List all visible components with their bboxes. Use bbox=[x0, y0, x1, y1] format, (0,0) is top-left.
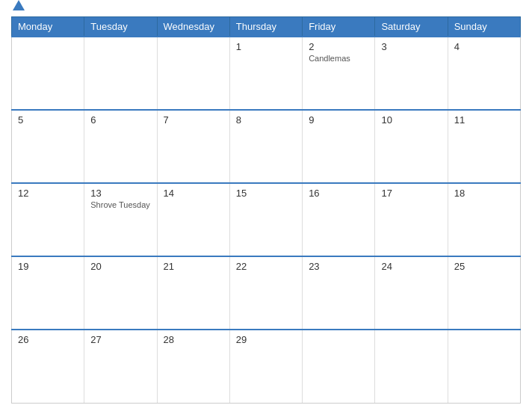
calendar-header bbox=[11, 7, 521, 10]
calendar-cell: 15 bbox=[229, 183, 302, 256]
day-number: 27 bbox=[90, 334, 150, 345]
day-number: 17 bbox=[381, 188, 441, 199]
calendar-week-row: 567891011 bbox=[12, 110, 521, 183]
calendar-cell: 6 bbox=[84, 110, 157, 183]
calendar-container: MondayTuesdayWednesdayThursdayFridaySatu… bbox=[0, 0, 532, 411]
calendar-cell: 11 bbox=[448, 110, 520, 183]
calendar-cell bbox=[84, 37, 157, 110]
day-number: 19 bbox=[18, 261, 78, 272]
calendar-cell: 3 bbox=[375, 37, 448, 110]
weekday-header: Wednesday bbox=[157, 17, 229, 37]
calendar-week-row: 12Candlemas34 bbox=[12, 37, 521, 110]
calendar-cell: 19 bbox=[12, 256, 84, 330]
day-number: 25 bbox=[454, 261, 514, 272]
calendar-cell: 23 bbox=[303, 256, 375, 330]
calendar-cell: 5 bbox=[12, 110, 84, 183]
holiday-name: Candlemas bbox=[309, 54, 368, 63]
day-number: 2 bbox=[309, 41, 368, 52]
day-number: 5 bbox=[18, 114, 78, 126]
calendar-header-row: MondayTuesdayWednesdayThursdayFridaySatu… bbox=[12, 17, 521, 37]
calendar-cell: 20 bbox=[84, 256, 157, 330]
day-number: 14 bbox=[164, 188, 223, 199]
calendar-week-row: 26272829 bbox=[12, 330, 521, 403]
day-number: 3 bbox=[381, 41, 441, 52]
calendar-body: 12Candlemas345678910111213Shrove Tuesday… bbox=[12, 37, 521, 404]
calendar-cell bbox=[157, 37, 229, 110]
day-number: 23 bbox=[309, 261, 368, 272]
calendar-cell: 21 bbox=[157, 256, 229, 330]
day-number: 18 bbox=[454, 188, 514, 199]
calendar-cell: 18 bbox=[448, 183, 520, 256]
calendar-cell: 9 bbox=[303, 110, 375, 183]
weekday-header: Thursday bbox=[229, 17, 302, 37]
weekday-header: Saturday bbox=[375, 17, 448, 37]
day-number: 21 bbox=[164, 261, 223, 272]
logo bbox=[11, 7, 25, 10]
day-number: 9 bbox=[309, 114, 368, 126]
day-number: 7 bbox=[164, 114, 223, 126]
calendar-cell: 29 bbox=[229, 330, 302, 403]
calendar-cell: 22 bbox=[229, 256, 302, 330]
calendar-cell bbox=[448, 330, 520, 403]
day-number: 10 bbox=[381, 114, 441, 126]
calendar-cell: 14 bbox=[157, 183, 229, 256]
weekday-header: Tuesday bbox=[84, 17, 157, 37]
day-number: 28 bbox=[164, 334, 223, 345]
calendar-cell: 10 bbox=[375, 110, 448, 183]
day-number: 24 bbox=[381, 261, 441, 272]
day-number: 20 bbox=[90, 261, 150, 272]
calendar-week-row: 1213Shrove Tuesday1415161718 bbox=[12, 183, 521, 256]
calendar-cell: 4 bbox=[448, 37, 520, 110]
day-number: 1 bbox=[236, 41, 296, 52]
calendar-cell bbox=[12, 37, 84, 110]
calendar-table: MondayTuesdayWednesdayThursdayFridaySatu… bbox=[11, 16, 521, 404]
calendar-cell: 12 bbox=[12, 183, 84, 256]
day-number: 11 bbox=[454, 114, 514, 126]
weekday-header: Sunday bbox=[448, 17, 520, 37]
calendar-cell: 7 bbox=[157, 110, 229, 183]
calendar-cell bbox=[303, 330, 375, 403]
day-number: 8 bbox=[236, 114, 296, 126]
day-number: 26 bbox=[18, 334, 78, 345]
calendar-cell: 28 bbox=[157, 330, 229, 403]
calendar-cell: 24 bbox=[375, 256, 448, 330]
calendar-cell: 16 bbox=[303, 183, 375, 256]
weekday-header: Friday bbox=[303, 17, 375, 37]
calendar-week-row: 19202122232425 bbox=[12, 256, 521, 330]
day-number: 29 bbox=[236, 334, 296, 345]
calendar-cell: 8 bbox=[229, 110, 302, 183]
calendar-cell: 25 bbox=[448, 256, 520, 330]
day-number: 12 bbox=[18, 188, 78, 199]
day-number: 15 bbox=[236, 188, 296, 199]
calendar-cell: 1 bbox=[229, 37, 302, 110]
calendar-cell: 17 bbox=[375, 183, 448, 256]
holiday-name: Shrove Tuesday bbox=[90, 200, 150, 209]
calendar-cell: 27 bbox=[84, 330, 157, 403]
logo-triangle-icon bbox=[13, 0, 25, 10]
day-number: 22 bbox=[236, 261, 296, 272]
calendar-cell bbox=[375, 330, 448, 403]
day-number: 6 bbox=[90, 114, 150, 126]
weekday-header: Monday bbox=[12, 17, 84, 37]
day-number: 4 bbox=[454, 41, 514, 52]
calendar-cell: 26 bbox=[12, 330, 84, 403]
day-number: 13 bbox=[90, 188, 150, 199]
calendar-cell: 13Shrove Tuesday bbox=[84, 183, 157, 256]
day-number: 16 bbox=[309, 188, 368, 199]
calendar-cell: 2Candlemas bbox=[303, 37, 375, 110]
